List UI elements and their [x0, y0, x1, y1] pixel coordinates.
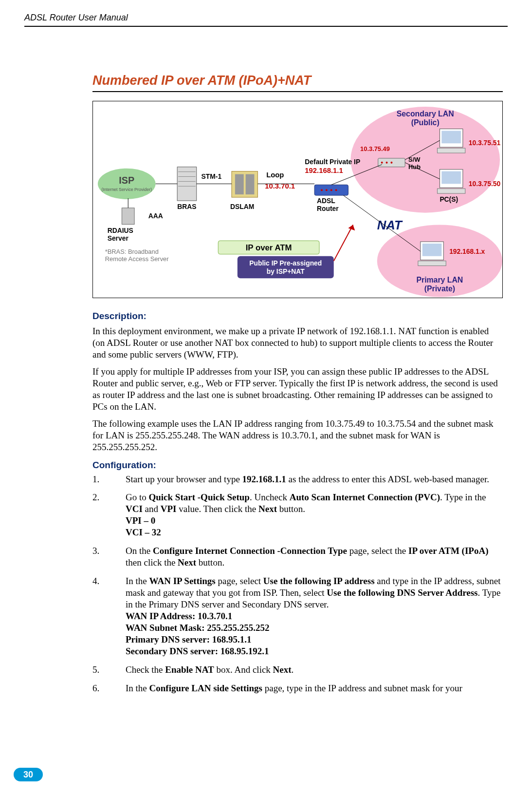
description-p1: In this deployment environment, we make … — [92, 325, 503, 360]
step-4: In the WAN IP Settings page, select Use … — [92, 575, 503, 657]
svg-text:Loop: Loop — [266, 171, 284, 179]
svg-text:Primary LAN: Primary LAN — [416, 276, 463, 284]
svg-text:(Public): (Public) — [411, 118, 440, 127]
svg-rect-53 — [437, 148, 465, 153]
svg-text:192.168.1.1: 192.168.1.1 — [305, 167, 343, 174]
step-6: In the Configure LAN side Settings page,… — [92, 682, 503, 694]
svg-rect-9 — [122, 208, 134, 225]
pc-icon — [437, 170, 465, 193]
svg-text:(Internet Service Provider): (Internet Service Provider) — [101, 187, 152, 192]
svg-rect-56 — [441, 171, 461, 184]
svg-text:by ISP+NAT: by ISP+NAT — [267, 267, 305, 275]
page: ADSL Router User Manual Numbered IP over… — [0, 0, 532, 796]
step-3: On the Configure Internet Connection -Co… — [92, 545, 503, 569]
svg-point-42 — [381, 162, 383, 164]
svg-text:ISP: ISP — [119, 175, 134, 186]
svg-text:AAA: AAA — [148, 212, 163, 220]
section-title: Numbered IP over ATM (IPoA)+NAT — [92, 73, 503, 92]
step-5: Check the Enable NAT box. And click Next… — [92, 664, 503, 676]
configuration-steps: Start up your browser and type 192.168.1… — [92, 474, 503, 694]
step-1: Start up your browser and type 192.168.1… — [92, 474, 503, 485]
svg-text:10.3.75.50: 10.3.75.50 — [469, 180, 501, 188]
svg-point-43 — [386, 162, 388, 164]
svg-text:*BRAS: Broadband: *BRAS: Broadband — [105, 248, 159, 255]
svg-text:NAT: NAT — [377, 218, 403, 232]
svg-text:10.3.70.1: 10.3.70.1 — [265, 182, 295, 190]
svg-text:RDAIUS: RDAIUS — [108, 227, 133, 234]
description-heading: Description: — [92, 311, 503, 322]
svg-rect-52 — [441, 131, 461, 144]
svg-text:Default Private IP: Default Private IP — [305, 158, 360, 166]
svg-rect-65 — [418, 261, 446, 266]
svg-point-29 — [321, 189, 323, 191]
network-diagram: IP over ATM Public IP Pre-assigned by IS… — [92, 101, 503, 298]
content-area: Numbered IP over ATM (IPoA)+NAT IP over … — [92, 27, 503, 694]
svg-point-30 — [326, 189, 328, 191]
ipoa-label: IP over ATM — [246, 243, 292, 252]
svg-text:10.3.75.51: 10.3.75.51 — [469, 139, 501, 147]
running-header: ADSL Router User Manual — [24, 13, 508, 27]
svg-text:10.3.75.49: 10.3.75.49 — [360, 145, 390, 152]
svg-text:Server: Server — [108, 234, 129, 242]
svg-rect-15 — [177, 167, 197, 201]
svg-rect-24 — [246, 174, 255, 195]
svg-marker-71 — [348, 225, 355, 230]
pc-icon — [437, 129, 465, 153]
svg-text:Router: Router — [317, 205, 339, 212]
svg-text:BRAS: BRAS — [177, 203, 196, 210]
configuration-heading: Configuration: — [92, 460, 503, 471]
svg-text:PC(S): PC(S) — [440, 195, 458, 203]
svg-point-32 — [335, 189, 337, 191]
svg-text:Remote Access Server: Remote Access Server — [105, 255, 169, 263]
svg-text:(Private): (Private) — [424, 284, 455, 293]
svg-line-70 — [334, 225, 353, 261]
svg-text:STM-1: STM-1 — [202, 172, 222, 180]
svg-rect-23 — [235, 174, 244, 195]
svg-text:ADSL: ADSL — [317, 197, 335, 205]
svg-point-44 — [390, 162, 392, 164]
svg-text:Secondary  LAN: Secondary LAN — [397, 110, 454, 118]
svg-text:Public IP Pre-assigned: Public IP Pre-assigned — [249, 259, 322, 267]
svg-rect-57 — [437, 189, 465, 193]
pc-icon — [418, 242, 446, 265]
description-p3: The following example uses the LAN IP ad… — [92, 418, 503, 453]
svg-text:192.168.1.x: 192.168.1.x — [449, 247, 485, 255]
description-p2: If you apply for multiple IP addresses f… — [92, 366, 503, 412]
svg-text:DSLAM: DSLAM — [230, 203, 254, 210]
svg-rect-64 — [422, 244, 442, 256]
step-2: Go to Quick Start -Quick Setup. Uncheck … — [92, 492, 503, 538]
svg-point-31 — [330, 189, 332, 191]
page-number: 30 — [14, 768, 43, 781]
